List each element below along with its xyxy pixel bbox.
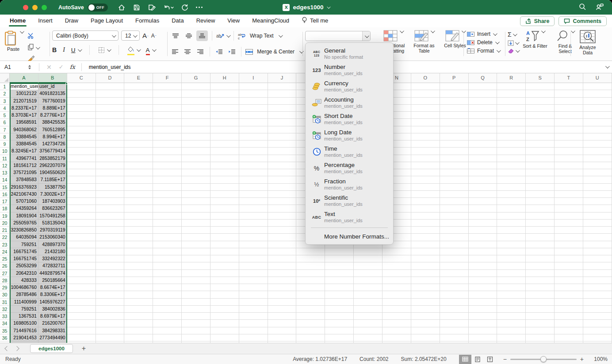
cell-P9[interactable] (440, 140, 469, 148)
cell-I21[interactable] (239, 227, 268, 234)
row-header-11[interactable]: 11 (0, 155, 10, 162)
cell-E18[interactable] (124, 205, 153, 212)
cell-C24[interactable] (67, 248, 96, 255)
cell-B22[interactable]: 2153060340 (38, 234, 67, 241)
increase-indent-button[interactable] (226, 46, 237, 57)
cell-E36[interactable] (124, 334, 153, 341)
cell-F19[interactable] (153, 212, 182, 220)
select-all-corner[interactable] (0, 73, 10, 83)
cell-I15[interactable] (239, 184, 268, 191)
cell-U14[interactable] (583, 176, 612, 183)
cell-Q16[interactable] (469, 191, 497, 198)
cell-R20[interactable] (497, 220, 526, 227)
cell-S24[interactable] (526, 248, 555, 255)
cell-J14[interactable] (268, 176, 297, 183)
cell-T19[interactable] (555, 212, 583, 220)
cell-E10[interactable] (124, 148, 153, 155)
cell-H15[interactable] (210, 184, 239, 191)
cell-O18[interactable] (411, 205, 440, 212)
cell-Q25[interactable] (469, 255, 497, 262)
cell-U15[interactable] (583, 184, 612, 191)
cell-Q4[interactable] (469, 105, 497, 112)
text-orientation-button[interactable]: ab (216, 33, 230, 39)
fill-down-button[interactable] (508, 40, 519, 46)
cell-I23[interactable] (239, 241, 268, 248)
cell-D18[interactable] (96, 205, 125, 212)
cell-C32[interactable] (67, 306, 96, 313)
cell-G30[interactable] (182, 291, 210, 298)
cell-P20[interactable] (440, 220, 469, 227)
cell-C21[interactable] (67, 227, 96, 234)
cell-H18[interactable] (210, 205, 239, 212)
row-header-15[interactable]: 15 (0, 184, 10, 191)
cell-G12[interactable] (182, 162, 210, 169)
cell-A11[interactable]: 43967741 (10, 155, 38, 162)
cell-R28[interactable] (497, 277, 526, 284)
cell-Q32[interactable] (469, 306, 497, 313)
zoom-percentage[interactable]: 100% (590, 356, 608, 362)
cell-G29[interactable] (182, 284, 210, 291)
cell-S5[interactable] (526, 112, 555, 119)
cell-N33[interactable] (382, 313, 411, 320)
cell-S25[interactable] (526, 255, 555, 262)
cell-D9[interactable] (96, 140, 125, 148)
cell-H9[interactable] (210, 140, 239, 148)
cell-R31[interactable] (497, 299, 526, 306)
cell-O9[interactable] (411, 140, 440, 148)
cell-G3[interactable] (182, 98, 210, 105)
cell-L36[interactable] (325, 334, 354, 341)
cell-T36[interactable] (555, 334, 583, 341)
cell-A6[interactable]: 19568591 (10, 119, 38, 126)
cell-F14[interactable] (153, 176, 182, 183)
cell-E31[interactable] (124, 299, 153, 306)
cell-M32[interactable] (354, 306, 382, 313)
format-as-table-button[interactable]: Format as Table (410, 30, 438, 61)
menu-item-scientific[interactable]: 10²Scientificmention_user_ids (306, 193, 393, 209)
fill-color-button[interactable] (127, 46, 140, 54)
cell-G14[interactable] (182, 176, 210, 183)
cell-A32[interactable]: 759251 (10, 306, 38, 313)
cell-C23[interactable] (67, 241, 96, 248)
cell-D14[interactable] (96, 176, 125, 183)
cell-O1[interactable] (411, 83, 440, 90)
cell-I26[interactable] (239, 262, 268, 269)
cell-U32[interactable] (583, 306, 612, 313)
cell-R8[interactable] (497, 133, 526, 140)
cell-Q8[interactable] (469, 133, 497, 140)
row-header-17[interactable]: 17 (0, 198, 10, 205)
cell-A3[interactable]: 212071519 (10, 98, 38, 105)
cell-D27[interactable] (96, 270, 125, 277)
cell-O13[interactable] (411, 169, 440, 176)
cell-I27[interactable] (239, 270, 268, 277)
menu-item-fraction[interactable]: ½Fractionmention_user_ids (306, 176, 393, 193)
wrap-text-button[interactable]: abc Wrap Text (238, 33, 282, 39)
cell-U10[interactable] (583, 148, 612, 155)
cell-I7[interactable] (239, 126, 268, 133)
column-header-p[interactable]: P (440, 73, 469, 83)
cell-G20[interactable] (182, 220, 210, 227)
cell-O33[interactable] (411, 313, 440, 320)
cell-D31[interactable] (96, 299, 125, 306)
row-header-21[interactable]: 21 (0, 227, 10, 234)
cell-H21[interactable] (210, 227, 239, 234)
cell-H31[interactable] (210, 299, 239, 306)
zoom-window-button[interactable] (42, 5, 47, 10)
cell-D34[interactable] (96, 320, 125, 327)
cell-G2[interactable] (182, 90, 210, 97)
cell-I14[interactable] (239, 176, 268, 183)
cell-F16[interactable] (153, 191, 182, 198)
cell-G5[interactable] (182, 112, 210, 119)
cell-P2[interactable] (440, 90, 469, 97)
cell-A18[interactable]: 44359264 (10, 205, 38, 212)
column-header-e[interactable]: E (124, 73, 153, 83)
cell-R1[interactable] (497, 83, 526, 90)
cell-G11[interactable] (182, 155, 210, 162)
cell-G8[interactable] (182, 133, 210, 140)
cell-J1[interactable] (268, 83, 297, 90)
cell-A21[interactable]: 3230826850 (10, 227, 38, 234)
tab-tell-me[interactable]: Tell me (296, 15, 333, 28)
menu-item-percentage[interactable]: %Percentagemention_user_ids (306, 160, 393, 176)
cell-S21[interactable] (526, 227, 555, 234)
cell-G31[interactable] (182, 299, 210, 306)
tab-data[interactable]: Data (166, 15, 189, 27)
